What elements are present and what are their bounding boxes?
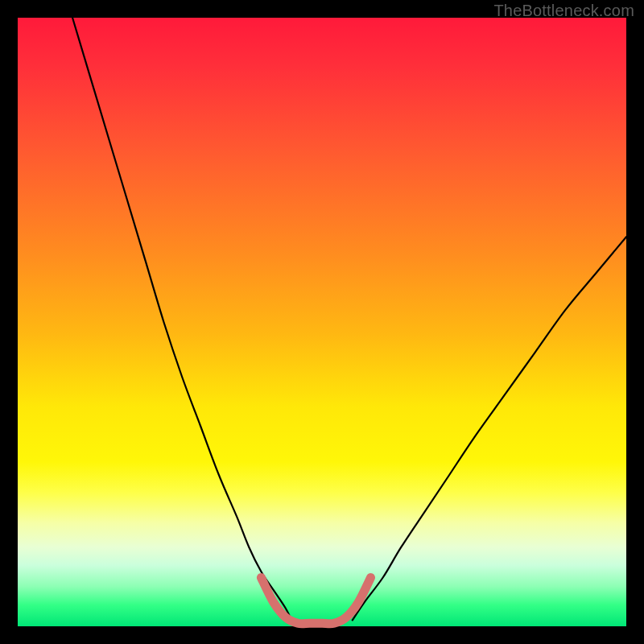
watermark-text: TheBottleneck.com (493, 2, 634, 20)
curves-svg (18, 18, 626, 626)
plot-area (18, 18, 626, 626)
chart-frame: TheBottleneck.com (0, 0, 644, 644)
right-curve-path (353, 237, 626, 620)
left-curve-path (72, 18, 291, 620)
